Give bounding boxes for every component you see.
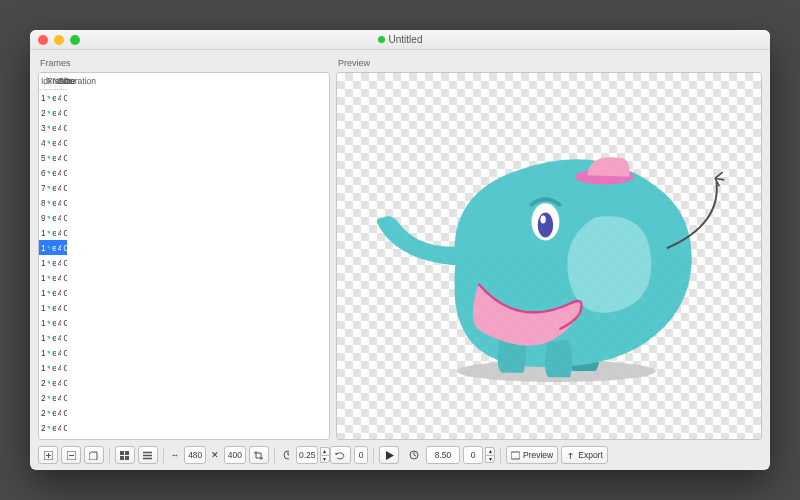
duration-stepper[interactable]: ▴▾ — [320, 447, 330, 463]
cell-thumb — [45, 195, 51, 210]
table-row[interactable]: 19elephant-19480x400 px0.25 — [39, 360, 67, 375]
export-icon — [566, 451, 575, 460]
app-window: Untitled Frames Idx Frame Name Size Dura… — [30, 30, 770, 470]
cell-duration: 0.25 — [61, 195, 67, 210]
repeat-stepper[interactable]: ▴▾ — [485, 447, 495, 463]
cell-thumb — [45, 330, 51, 345]
cell-thumb — [45, 375, 51, 390]
cell-duration: 0.25 — [61, 435, 67, 439]
preview-icon — [511, 451, 520, 460]
table-row[interactable]: 24elephant-24480x400 px0.25 — [39, 435, 67, 439]
cell-duration: 0.25 — [61, 90, 67, 105]
svg-rect-82 — [511, 452, 520, 459]
cell-duration: 0.25 — [61, 285, 67, 300]
table-row[interactable]: 10elephant-10480x400 px0.25 — [39, 225, 67, 240]
svg-rect-71 — [120, 456, 124, 460]
table-row[interactable]: 1elephant-01480x400 px0.25 — [39, 90, 67, 105]
cell-duration: 0.25 — [61, 375, 67, 390]
table-row[interactable]: 5elephant-05480x400 px0.25 — [39, 150, 67, 165]
table-row[interactable]: 16elephant-16480x400 px0.25 — [39, 315, 67, 330]
grid-view-button[interactable] — [115, 446, 135, 464]
table-row[interactable]: 2elephant-02480x400 px0.25 — [39, 105, 67, 120]
cell-thumb — [45, 315, 51, 330]
table-row[interactable]: 15elephant-15480x400 px0.25 — [39, 300, 67, 315]
cell-duration: 0.25 — [61, 390, 67, 405]
table-row[interactable]: 23elephant-23480x400 px0.25 — [39, 420, 67, 435]
cell-duration: 0.25 — [61, 150, 67, 165]
cell-thumb — [45, 120, 51, 135]
time-icon — [405, 446, 423, 464]
cell-thumb — [45, 435, 51, 439]
import-button[interactable] — [84, 446, 104, 464]
preview-button[interactable]: Preview — [506, 446, 558, 464]
window-title-text: Untitled — [389, 34, 423, 45]
table-row[interactable]: 21elephant-21480x400 px0.25 — [39, 390, 67, 405]
cell-duration: 0.25 — [61, 345, 67, 360]
frames-panel-label: Frames — [38, 56, 330, 72]
cell-thumb — [45, 420, 51, 435]
cell-duration: 0.25 — [61, 180, 67, 195]
table-row[interactable]: 4elephant-04480x400 px0.25 — [39, 135, 67, 150]
table-row[interactable]: 18elephant-18480x400 px0.25 — [39, 345, 67, 360]
close-button[interactable] — [38, 35, 48, 45]
cell-thumb — [45, 300, 51, 315]
duration-input[interactable]: 0.25 — [296, 446, 318, 464]
table-row[interactable]: 6elephant-06480x400 px0.25 — [39, 165, 67, 180]
separator — [274, 447, 275, 463]
cell-thumb — [45, 225, 51, 240]
table-row[interactable]: 8elephant-08480x400 px0.25 — [39, 195, 67, 210]
cell-duration: 0.25 — [61, 300, 67, 315]
cell-thumb — [45, 405, 51, 420]
play-button[interactable] — [379, 446, 399, 464]
table-row[interactable]: 14elephant-14480x400 px0.25 — [39, 285, 67, 300]
remove-frame-button[interactable] — [61, 446, 81, 464]
maximize-button[interactable] — [70, 35, 80, 45]
separator — [373, 447, 374, 463]
cell-duration: 0.25 — [61, 120, 67, 135]
loop-button[interactable] — [330, 446, 351, 464]
table-row[interactable]: 13elephant-13480x400 px0.25 — [39, 270, 67, 285]
table-row[interactable]: 12elephant-12480x400 px0.25 — [39, 255, 67, 270]
window-title: Untitled — [30, 34, 770, 45]
duration-icon — [279, 446, 293, 464]
add-frame-button[interactable] — [38, 446, 58, 464]
cell-duration: 0.25 — [61, 165, 67, 180]
cell-thumb — [45, 285, 51, 300]
export-button-label: Export — [578, 450, 603, 460]
table-row[interactable]: 20elephant-20480x400 px0.25 — [39, 375, 67, 390]
preview-button-label: Preview — [523, 450, 553, 460]
repeat-input[interactable]: 0 — [463, 446, 483, 464]
cell-thumb — [45, 255, 51, 270]
cell-thumb — [45, 180, 51, 195]
cell-duration: 0.25 — [61, 330, 67, 345]
frames-table: Idx Frame Name Size Duration 1elephant-0… — [38, 72, 330, 440]
cell-duration: 0.25 — [61, 360, 67, 375]
table-row[interactable]: 17elephant-17480x400 px0.25 — [39, 330, 67, 345]
svg-point-59 — [377, 218, 388, 226]
svg-point-61 — [538, 212, 554, 237]
height-input[interactable]: 400 — [224, 446, 246, 464]
table-row[interactable]: 11elephant-11480x400 px0.25 — [39, 240, 67, 255]
cell-thumb — [45, 240, 51, 255]
minimize-button[interactable] — [54, 35, 64, 45]
export-button[interactable]: Export — [561, 446, 608, 464]
loop-count-input[interactable]: 0 — [354, 446, 368, 464]
cell-thumb — [45, 390, 51, 405]
svg-point-62 — [541, 216, 546, 224]
cell-duration: 0.25 — [61, 420, 67, 435]
titlebar: Untitled — [30, 30, 770, 50]
cell-duration: 0.25 — [61, 405, 67, 420]
table-row[interactable]: 22elephant-22480x400 px0.25 — [39, 405, 67, 420]
table-row[interactable]: 7elephant-07480x400 px0.25 — [39, 180, 67, 195]
width-input[interactable]: 480 — [184, 446, 206, 464]
list-view-button[interactable] — [138, 446, 158, 464]
preview-panel-label: Preview — [336, 56, 762, 72]
table-row[interactable]: 3elephant-03480x400 px0.25 — [39, 120, 67, 135]
crop-button[interactable] — [249, 446, 269, 464]
cell-thumb — [45, 150, 51, 165]
total-time: 8.50 — [426, 446, 460, 464]
cell-thumb — [45, 210, 51, 225]
dimension-x: ✕ — [209, 450, 221, 460]
table-row[interactable]: 9elephant-09480x400 px0.25 — [39, 210, 67, 225]
cell-duration: 0.25 — [61, 240, 67, 255]
